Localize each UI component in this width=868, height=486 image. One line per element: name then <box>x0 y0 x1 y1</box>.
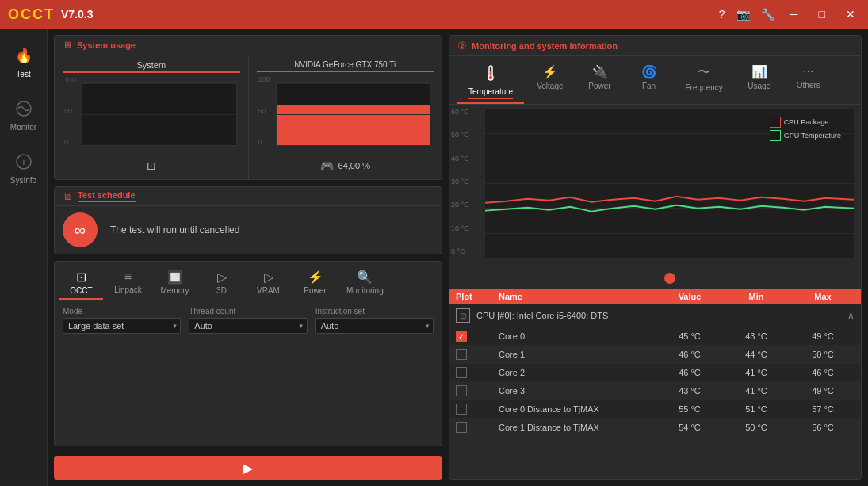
col-plot: Plot <box>456 292 495 301</box>
gpu-legend-icon <box>770 130 781 141</box>
sidebar: 🔥 Test Monitor i SysInfo <box>0 29 48 486</box>
table-row: Core 2 46 °C 41 °C 46 °C <box>449 364 861 382</box>
row-name-2: Core 2 <box>499 368 655 377</box>
close-button[interactable]: ✕ <box>841 6 860 22</box>
mon-tab-power[interactable]: 🔌 Power <box>576 61 624 104</box>
sidebar-item-test[interactable]: 🔥 Test <box>2 36 46 86</box>
system-bar-area: 100 50 0 <box>63 76 240 146</box>
gpu-col-title: NVIDIA GeForce GTX 750 Ti <box>257 60 434 72</box>
table-row: Core 3 43 °C 41 °C 49 °C <box>449 382 861 400</box>
row-checkbox-3[interactable] <box>456 385 467 396</box>
tab-linpack[interactable]: ≡ Linpack <box>106 266 150 300</box>
col-value: Value <box>658 292 721 301</box>
row-max-4: 57 °C <box>791 404 855 414</box>
gpu-footer-col: 🎮 64,00 % <box>249 151 442 179</box>
row-checkbox-2[interactable] <box>456 367 467 378</box>
fire-icon: 🔥 <box>13 44 35 67</box>
usage-content: System 100 50 0 <box>55 55 442 151</box>
table-row: Core 0 Distance to TjMAX 55 °C 51 °C 57 … <box>449 400 861 419</box>
mon-tab-fan[interactable]: 🌀 Fan <box>625 61 673 104</box>
occt-tab-label: OCCT <box>70 286 92 295</box>
system-col-title: System <box>63 60 240 73</box>
tab-vram[interactable]: ▷ VRAM <box>247 266 290 300</box>
row-name-0: Core 0 <box>499 331 655 341</box>
vram-tab-icon: ▷ <box>264 270 273 285</box>
start-button[interactable]: ▶ <box>54 456 442 480</box>
instruction-setting: Instruction set Auto SSE2AVXAVX2 ▼ <box>315 307 434 334</box>
camera-icon[interactable]: 📷 <box>736 8 750 21</box>
group-cpu-icon: ⊡ <box>456 308 470 323</box>
row-checkbox-1[interactable] <box>456 349 467 360</box>
col-name: Name <box>499 292 655 301</box>
infinity-button[interactable]: ∞ <box>63 212 98 247</box>
gpu-col: NVIDIA GeForce GTX 750 Ti 100 50 0 <box>249 55 442 151</box>
mon-tab-others[interactable]: ··· Others <box>785 61 832 104</box>
mon-tab-frequency[interactable]: 〜 Frequency <box>675 61 734 104</box>
info-icon: i <box>13 151 35 173</box>
data-table: Plot Name Value Min Max ⊡ CPU [#0]: Inte… <box>449 289 861 479</box>
mode-select-wrapper: Large data set Small data set ▼ <box>63 318 181 334</box>
right-panel: ② Monitoring and system information <box>449 35 862 480</box>
mon-tab-usage[interactable]: 📊 Usage <box>736 61 783 104</box>
row-checkbox-5[interactable] <box>456 422 467 433</box>
minimize-button[interactable]: ─ <box>786 6 803 22</box>
instruction-select[interactable]: Auto SSE2AVXAVX2 <box>315 318 434 334</box>
monitoring-header-icon: ② <box>457 40 467 52</box>
row-value-3: 43 °C <box>658 386 721 396</box>
mon-tab-temp-label: Temperature <box>468 87 513 99</box>
row-checkbox-0[interactable] <box>456 331 467 342</box>
tab-3d[interactable]: ▷ 3D <box>200 266 243 300</box>
help-icon[interactable]: ? <box>719 8 725 21</box>
power-plug-icon: 🔌 <box>592 64 608 79</box>
sidebar-item-sysinfo[interactable]: i SysInfo <box>2 143 46 193</box>
row-value-0: 45 °C <box>658 331 721 341</box>
y-50: 50 °C <box>451 131 469 139</box>
gpu-y-100: 100 <box>258 75 270 83</box>
mon-tab-voltage[interactable]: ⚡ Voltage <box>526 61 574 104</box>
memory-tab-label: Memory <box>160 286 189 295</box>
tab-power[interactable]: ⚡ Power <box>293 266 337 300</box>
row-value-5: 54 °C <box>658 423 721 432</box>
gpu-legend-label: GPU Temperature <box>784 132 841 140</box>
schedule-header: 🖥 Test schedule <box>55 187 442 206</box>
thermometer-icon <box>484 64 498 85</box>
row-min-0: 43 °C <box>725 331 788 341</box>
sidebar-item-monitor[interactable]: Monitor <box>2 90 46 140</box>
row-name-1: Core 1 <box>499 350 655 359</box>
y-40: 40 °C <box>451 155 469 163</box>
monitoring-tabs: Temperature ⚡ Voltage 🔌 Power 🌀 Fan <box>449 56 861 105</box>
occt-tab-icon: ⊡ <box>76 270 86 285</box>
tab-monitoring[interactable]: 🔍 Monitoring <box>340 266 390 300</box>
row-name-3: Core 3 <box>499 386 655 396</box>
mode-select[interactable]: Large data set Small data set <box>63 318 181 334</box>
mon-tab-temperature[interactable]: Temperature <box>457 61 524 104</box>
thread-select-wrapper: Auto 1248 ▼ <box>189 318 307 334</box>
settings-icon[interactable]: 🔧 <box>761 8 774 21</box>
monitoring-header: ② Monitoring and system information <box>449 36 861 56</box>
row-value-1: 46 °C <box>658 350 721 359</box>
collapse-icon[interactable]: ∧ <box>847 310 855 321</box>
instruction-label: Instruction set <box>315 307 434 316</box>
chart-scrollbar[interactable] <box>484 273 855 285</box>
voltage-icon: ⚡ <box>542 64 558 79</box>
system-usage-header: 🖥 System usage <box>55 36 442 55</box>
tab-occt[interactable]: ⊡ OCCT <box>59 266 103 300</box>
row-max-0: 49 °C <box>791 331 855 341</box>
fan-icon: 🌀 <box>641 64 657 79</box>
col-max: Max <box>791 292 855 301</box>
gpu-chip-icon: 🎮 <box>320 159 334 172</box>
system-footer-col: ⊡ <box>55 151 249 179</box>
y-20: 20 °C <box>451 201 469 209</box>
schedule-message: The test will run until cancelled <box>110 224 239 235</box>
start-icon: ▶ <box>243 461 253 476</box>
cpu-legend-label: CPU Package <box>784 118 829 126</box>
legend-gpu-temp: GPU Temperature <box>770 130 841 141</box>
vram-tab-label: VRAM <box>257 286 280 295</box>
tab-memory[interactable]: 🔲 Memory <box>153 266 197 300</box>
usage-graph-icon: 📊 <box>751 64 767 79</box>
thread-select[interactable]: Auto 1248 <box>189 318 307 334</box>
maximize-button[interactable]: □ <box>814 6 830 22</box>
sidebar-item-monitor-label: Monitor <box>10 123 36 132</box>
row-checkbox-4[interactable] <box>456 404 467 415</box>
y-label-100: 100 <box>64 76 76 84</box>
